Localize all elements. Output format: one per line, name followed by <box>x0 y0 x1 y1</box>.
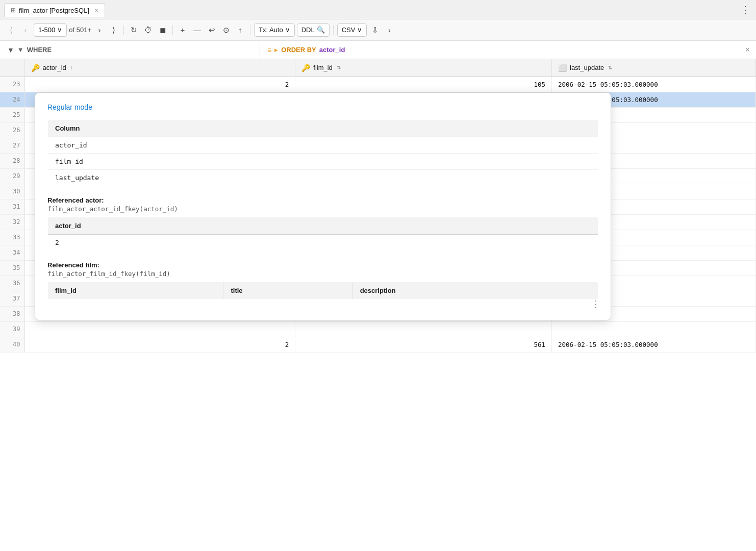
filter-close-button[interactable]: × <box>739 45 756 55</box>
column-name: actor_id <box>48 137 598 154</box>
film-table: film_id title description <box>47 282 598 299</box>
row-number: 25 <box>0 107 24 122</box>
row-num-header <box>0 59 24 77</box>
popup-panel: Regular mode Column actor_idfilm_idlast_… <box>35 92 611 320</box>
row-number: 37 <box>0 291 24 306</box>
download-button[interactable]: ⇩ <box>369 23 381 37</box>
table-row[interactable]: 2321052006-02-15 05:05:03.000000 <box>0 77 756 92</box>
filter-icon: ▼ <box>7 46 14 54</box>
csv-label: CSV <box>342 26 356 34</box>
tx-selector[interactable]: Tx: Auto ∨ <box>254 23 295 37</box>
col-header-last-update[interactable]: ⬜ last_update ⇅ <box>552 59 756 77</box>
last-update-sort: ⇅ <box>608 65 612 70</box>
cell-actor-id[interactable]: 2 <box>24 337 295 352</box>
cell-film-id[interactable]: 105 <box>295 77 552 92</box>
actor-value: 2 <box>48 235 598 251</box>
table-row[interactable]: 4025612006-02-15 05:05:03.000000 <box>0 337 756 352</box>
page-range: 1-500 <box>38 26 55 34</box>
next-page-button[interactable]: › <box>93 23 106 37</box>
cell-last-update[interactable]: 2006-02-15 05:05:03.000000 <box>552 77 756 92</box>
history-button[interactable]: ⏱ <box>142 23 155 37</box>
row-number: 32 <box>0 214 24 230</box>
tab-title: film_actor [PostgreSQL] <box>19 7 89 14</box>
table-row[interactable]: 39 <box>0 321 756 337</box>
order-icon: ≡ <box>267 46 271 54</box>
order-arrow: ▸ <box>274 46 278 54</box>
ddl-label: DDL <box>301 26 315 34</box>
upload-button[interactable]: ↑ <box>234 23 246 37</box>
page-selector[interactable]: 1-500 ∨ <box>34 23 67 37</box>
column-name: film_id <box>48 154 598 170</box>
actor-table-header: actor_id <box>48 217 598 235</box>
ddl-search-icon: 🔍 <box>317 26 325 34</box>
col-header-actor-id[interactable]: 🔑 actor_id ↑ <box>24 59 295 77</box>
cell-actor-id[interactable]: 2 <box>24 77 295 92</box>
tx-label: Tx: Auto <box>259 26 283 34</box>
cell-last-update[interactable] <box>552 321 756 337</box>
last-update-col-label: last_update <box>570 64 604 71</box>
list-item[interactable]: actor_id <box>48 137 598 154</box>
popup-more-button[interactable]: ⋮ <box>591 298 600 310</box>
csv-export-button[interactable]: CSV ∨ <box>337 23 367 37</box>
order-keyword: ORDER BY <box>281 46 316 54</box>
toolbar: ⟨ ‹ 1-500 ∨ of 501+ › ⟩ ↻ ⏱ ◼ + — ↩ ⊙ ↑ … <box>0 19 756 41</box>
data-table: 🔑 actor_id ↑ 🔑 film_id ⇅ <box>0 59 756 551</box>
list-item[interactable]: film_id <box>48 154 598 170</box>
film-id-col-icon: 🔑 <box>301 64 310 72</box>
last-page-button[interactable]: ⟩ <box>108 23 120 37</box>
tab-more-button[interactable]: ⋮ <box>739 4 752 15</box>
actor-id-col-icon: 🔑 <box>31 64 40 72</box>
table-row[interactable]: 2 <box>48 235 598 251</box>
list-item[interactable]: last_update <box>48 170 598 186</box>
columns-section: Column actor_idfilm_idlast_update <box>47 119 598 186</box>
stop-button[interactable]: ◼ <box>157 23 169 37</box>
tab-bar: ⊞ film_actor [PostgreSQL] × ⋮ <box>0 0 756 19</box>
cell-actor-id[interactable] <box>24 321 295 337</box>
order-section[interactable]: ≡ ▸ ORDER BY actor_id <box>260 41 739 59</box>
sep1 <box>123 25 124 35</box>
col-header-film-id[interactable]: 🔑 film_id ⇅ <box>295 59 552 77</box>
description-header: description <box>352 282 598 299</box>
row-number: 26 <box>0 122 24 138</box>
revert-button[interactable]: ↩ <box>206 23 218 37</box>
table-icon: ⊞ <box>11 7 16 14</box>
of-label: of 501+ <box>69 26 91 34</box>
nav-right-button[interactable]: › <box>383 23 395 37</box>
add-row-button[interactable]: + <box>177 23 189 37</box>
row-number: 27 <box>0 138 24 153</box>
row-number: 33 <box>0 230 24 245</box>
ddl-button[interactable]: DDL 🔍 <box>297 23 330 37</box>
film-id-header: film_id <box>48 282 223 299</box>
row-number: 34 <box>0 245 24 260</box>
popup-mode-label[interactable]: Regular mode <box>47 103 598 111</box>
where-label: WHERE <box>27 46 52 54</box>
tab-close-button[interactable]: × <box>94 6 98 14</box>
referenced-actor-constraint: film_actor_actor_id_fkey(actor_id) <box>47 205 598 213</box>
cell-last-update[interactable]: 2006-02-15 05:05:03.000000 <box>552 337 756 352</box>
tab-film-actor[interactable]: ⊞ film_actor [PostgreSQL] × <box>4 3 105 17</box>
refresh-button[interactable]: ↻ <box>128 23 140 37</box>
sep3 <box>250 25 250 35</box>
page-range-chevron: ∨ <box>57 26 62 34</box>
row-number: 35 <box>0 260 24 276</box>
copy-button[interactable]: ⊙ <box>220 23 232 37</box>
film-id-col-label: film_id <box>313 64 333 71</box>
cell-film-id[interactable] <box>295 321 552 337</box>
row-number: 23 <box>0 77 24 92</box>
row-number: 31 <box>0 199 24 214</box>
row-number: 30 <box>0 184 24 199</box>
prev-page-button[interactable]: ‹ <box>19 23 32 37</box>
filter-bar: ▼ ▼ WHERE ≡ ▸ ORDER BY actor_id × <box>0 41 756 59</box>
sep4 <box>333 25 334 35</box>
columns-header: Column <box>48 120 598 137</box>
referenced-film-label: Referenced film: <box>47 261 598 269</box>
actor-id-col-label: actor_id <box>43 64 66 71</box>
remove-row-button[interactable]: — <box>191 23 204 37</box>
row-number: 38 <box>0 306 24 321</box>
where-section[interactable]: ▼ ▼ WHERE <box>0 41 260 59</box>
first-page-button[interactable]: ⟨ <box>5 23 17 37</box>
column-name: last_update <box>48 170 598 186</box>
columns-table: Column actor_idfilm_idlast_update <box>47 119 598 186</box>
where-arrow: ▼ <box>17 46 24 54</box>
cell-film-id[interactable]: 561 <box>295 337 552 352</box>
